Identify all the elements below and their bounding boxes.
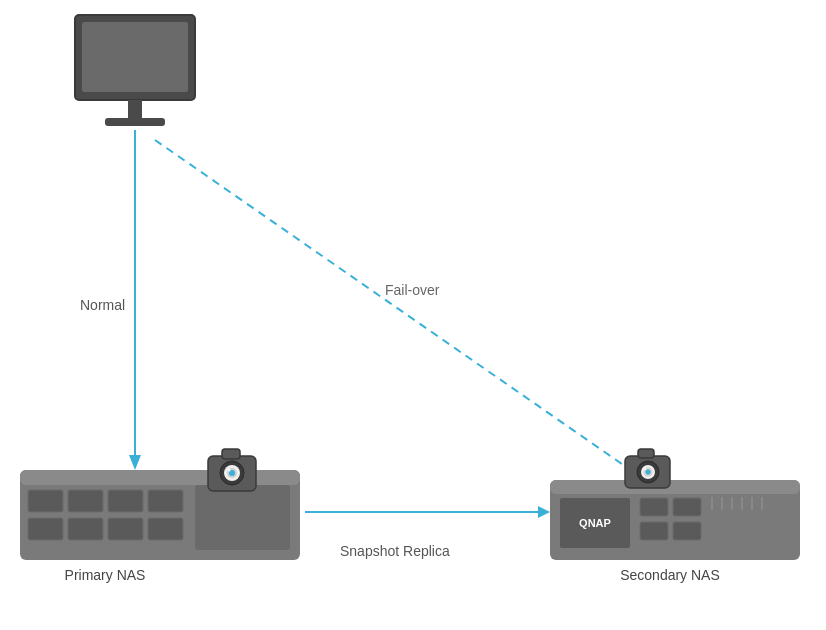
svg-rect-15: [68, 518, 103, 540]
svg-rect-43: [638, 449, 654, 458]
primary-nas-label: Primary NAS: [65, 567, 146, 583]
svg-point-48: [644, 468, 646, 470]
secondary-nas: QNAP: [550, 449, 800, 560]
primary-nas: [20, 449, 300, 560]
svg-rect-32: [640, 498, 668, 516]
svg-rect-29: [550, 480, 800, 494]
svg-marker-27: [538, 506, 550, 518]
normal-label: Normal: [80, 297, 125, 313]
svg-rect-18: [195, 485, 290, 550]
svg-rect-1: [82, 22, 188, 92]
svg-rect-3: [105, 118, 165, 126]
diagram-container: Normal Fail-over: [0, 0, 826, 630]
secondary-nas-label: Secondary NAS: [620, 567, 720, 583]
svg-rect-2: [128, 100, 142, 120]
svg-rect-9: [20, 470, 300, 485]
svg-rect-11: [68, 490, 103, 512]
svg-text:QNAP: QNAP: [579, 517, 611, 529]
failover-label: Fail-over: [385, 282, 440, 298]
svg-point-25: [228, 469, 231, 472]
snapshot-replica-label: Snapshot Replica: [340, 543, 450, 559]
svg-rect-12: [108, 490, 143, 512]
monitor-icon: [75, 15, 195, 126]
svg-rect-16: [108, 518, 143, 540]
svg-rect-17: [148, 518, 183, 540]
svg-rect-33: [673, 498, 701, 516]
svg-rect-13: [148, 490, 183, 512]
svg-rect-10: [28, 490, 63, 512]
svg-rect-14: [28, 518, 63, 540]
svg-line-6: [155, 140, 645, 480]
svg-rect-20: [222, 449, 240, 459]
svg-rect-34: [640, 522, 668, 540]
svg-point-47: [646, 470, 651, 475]
svg-rect-35: [673, 522, 701, 540]
svg-marker-5: [129, 455, 141, 470]
